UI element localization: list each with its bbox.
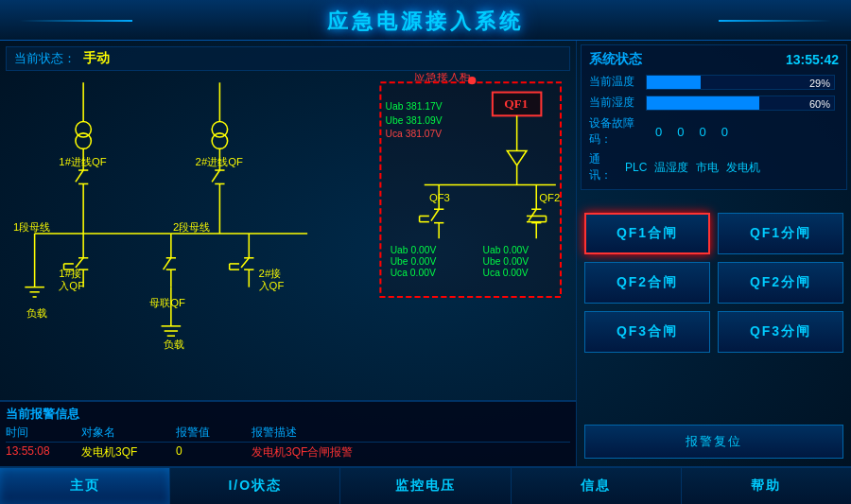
fault-label: 设备故障码： — [589, 115, 655, 148]
alert-col-desc-header: 报警描述 — [252, 425, 570, 441]
temp-value: 29% — [809, 76, 830, 91]
svg-line-20 — [76, 258, 83, 268]
alert-col-time-header: 时间 — [6, 425, 81, 441]
svg-text:Ube  0.00V: Ube 0.00V — [483, 256, 530, 267]
nav-help[interactable]: 帮助 — [682, 468, 851, 504]
qf3-open-button[interactable]: QF3分闸 — [718, 311, 843, 353]
sys-status-header: 系统状态 13:55:42 — [589, 51, 839, 68]
comm-mains: 市电 — [696, 160, 719, 176]
alert-data-row: 13:55:08 发电机3QF 0 发电机3QF合闸报警 — [6, 443, 570, 461]
alert-col-val-header: 报警值 — [176, 425, 252, 441]
temp-row: 当前温度 29% — [589, 74, 839, 90]
temp-label: 当前温度 — [589, 74, 646, 90]
temp-progress-container: 29% — [646, 75, 835, 90]
svg-text:入QF: 入QF — [59, 280, 84, 291]
temp-progress-fill — [647, 76, 701, 89]
svg-text:1#进线QF: 1#进线QF — [59, 156, 106, 167]
comm-plc: PLC — [625, 161, 647, 174]
svg-text:QF2: QF2 — [539, 192, 560, 203]
svg-text:负载: 负载 — [164, 339, 184, 350]
header: 应急电源接入系统 — [0, 0, 851, 41]
svg-text:2#接: 2#接 — [259, 268, 282, 279]
diagram-panel: 当前状态： 手动 — [0, 41, 577, 466]
fault-val-2: 0 — [677, 125, 684, 139]
alert-val: 0 — [176, 444, 252, 461]
current-status-bar: 当前状态： 手动 — [6, 46, 570, 71]
svg-text:Uca  0.00V: Uca 0.00V — [483, 268, 529, 278]
svg-text:负载: 负载 — [26, 307, 47, 319]
nav-info[interactable]: 信息 — [512, 468, 682, 504]
sys-status-title: 系统状态 — [589, 51, 642, 68]
svg-point-10 — [212, 133, 227, 148]
diagram-area: 1#进线QF 2#进线QF 1段母线 2段母线 母联QF 1#接 入QF 2#接… — [4, 73, 572, 394]
svg-line-28 — [241, 258, 249, 268]
qf2-open-button[interactable]: QF2分闸 — [718, 262, 843, 304]
svg-text:QF1: QF1 — [504, 96, 528, 111]
comm-label: 通 讯： — [589, 151, 617, 183]
svg-text:Uab  0.00V: Uab 0.00V — [391, 245, 437, 255]
svg-text:母联QF: 母联QF — [149, 297, 185, 308]
qf1-close-button[interactable]: QF1合闸 — [584, 213, 710, 254]
alert-desc: 发电机3QF合闸报警 — [252, 444, 570, 461]
svg-text:Uab  381.17V: Uab 381.17V — [386, 101, 443, 112]
alert-title: 当前报警信息 — [6, 404, 570, 425]
svg-point-60 — [468, 77, 476, 84]
fault-val-4: 0 — [721, 125, 728, 139]
alert-obj: 发电机3QF — [81, 444, 176, 461]
svg-text:Uca  381.07V: Uca 381.07V — [386, 129, 443, 139]
svg-text:2段母线: 2段母线 — [173, 221, 210, 233]
circuit-diagram: 1#进线QF 2#进线QF 1段母线 2段母线 母联QF 1#接 入QF 2#接… — [4, 73, 572, 394]
svg-text:Ube  381.09V: Ube 381.09V — [386, 115, 443, 126]
comm-generator: 发电机 — [726, 160, 760, 176]
system-time: 13:55:42 — [786, 52, 839, 67]
humidity-label: 当前湿度 — [589, 95, 646, 111]
qf2-close-button[interactable]: QF2合闸 — [584, 262, 710, 304]
humidity-progress-fill — [647, 96, 759, 110]
comm-humidity: 温湿度 — [654, 160, 688, 176]
svg-text:Uab  0.00V: Uab 0.00V — [483, 245, 530, 255]
status-value: 手动 — [83, 50, 110, 67]
system-status-panel: 系统状态 13:55:42 当前温度 29% 当前湿度 60% — [581, 44, 847, 190]
qf3-close-button[interactable]: QF3合闸 — [584, 311, 710, 353]
svg-text:Uca  0.00V: Uca 0.00V — [391, 268, 436, 278]
humidity-value: 60% — [809, 96, 830, 112]
svg-text:入QF: 入QF — [259, 280, 285, 291]
nav-home[interactable]: 主页 — [0, 468, 170, 504]
svg-text:QF3: QF3 — [429, 192, 450, 203]
svg-text:2#进线QF: 2#进线QF — [196, 156, 243, 167]
svg-line-13 — [212, 170, 219, 182]
alert-header-row: 时间 对象名 报警值 报警描述 — [6, 425, 570, 443]
main-layout: 当前状态： 手动 — [0, 41, 851, 466]
svg-text:1#接: 1#接 — [59, 268, 81, 279]
nav-voltage-monitor[interactable]: 监控电压 — [340, 468, 511, 504]
svg-text:Ube  0.00V: Ube 0.00V — [391, 256, 437, 267]
bottom-nav: 主页 I/O状态 监控电压 信息 帮助 — [0, 466, 851, 504]
alert-col-obj-header: 对象名 — [81, 425, 176, 441]
fault-values: 0 0 0 0 — [655, 125, 728, 139]
svg-text:应急接入柜: 应急接入柜 — [414, 73, 471, 83]
fault-val-1: 0 — [655, 125, 662, 139]
fault-row: 设备故障码： 0 0 0 0 — [589, 115, 839, 148]
nav-io-status[interactable]: I/O状态 — [170, 468, 340, 504]
alert-panel: 当前报警信息 时间 对象名 报警值 报警描述 13:55:08 发电机3QF 0… — [0, 400, 576, 466]
alarm-reset-button[interactable]: 报警复位 — [584, 425, 843, 459]
svg-line-5 — [76, 170, 83, 182]
svg-point-2 — [76, 133, 91, 148]
control-buttons: QF1合闸 QF1分闸 QF2合闸 QF2分闸 QF3合闸 QF3分闸 — [581, 205, 847, 421]
qf1-open-button[interactable]: QF1分闸 — [718, 213, 843, 254]
svg-text:1段母线: 1段母线 — [13, 221, 50, 233]
humidity-row: 当前湿度 60% — [589, 95, 839, 111]
page-title: 应急电源接入系统 — [327, 9, 524, 33]
comm-row: 通 讯： PLC 温湿度 市电 发电机 — [589, 151, 839, 183]
right-panel: 系统状态 13:55:42 当前温度 29% 当前湿度 60% — [577, 41, 851, 466]
status-label: 当前状态： — [14, 50, 76, 67]
alert-time: 13:55:08 — [6, 444, 81, 461]
svg-line-36 — [164, 258, 171, 269]
fault-val-3: 0 — [699, 125, 705, 139]
humidity-progress-container: 60% — [646, 96, 835, 111]
